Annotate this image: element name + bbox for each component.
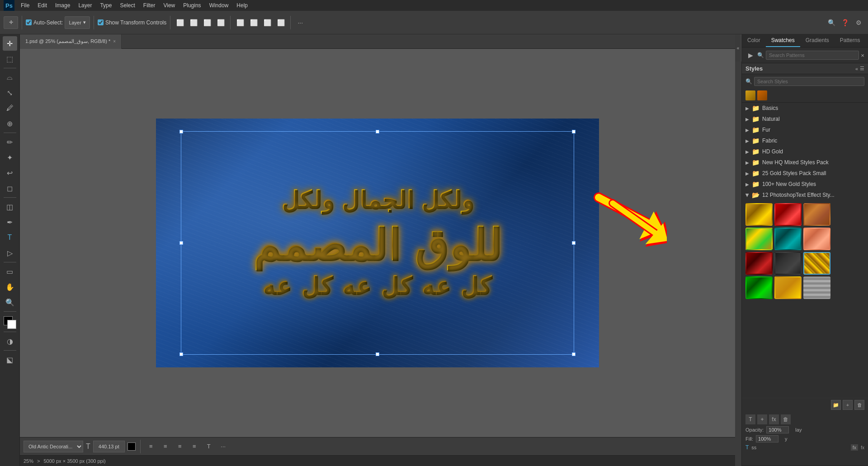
panel-collapse-btn[interactable]: « xyxy=(735,34,741,62)
hand-tool[interactable]: ✋ xyxy=(3,280,17,294)
swatch-gold1[interactable] xyxy=(745,203,773,226)
text-align-right-btn[interactable]: ≡ xyxy=(174,441,186,452)
settings-btn[interactable]: ⚙ xyxy=(853,17,864,29)
style-icon-1[interactable] xyxy=(745,90,755,100)
menu-select[interactable]: Select xyxy=(116,1,138,10)
gradient-tool[interactable]: ◫ xyxy=(3,200,17,214)
transform-controls-checkbox[interactable] xyxy=(98,19,104,25)
lasso-tool[interactable]: ⌓ xyxy=(3,70,17,85)
color-picker[interactable] xyxy=(3,315,17,330)
swatch-green1[interactable] xyxy=(745,276,773,299)
category-hq-mixed[interactable]: ▶ 📁 New HQ Mixed Styles Pack xyxy=(742,157,868,168)
text-align-center-btn[interactable]: ≡ xyxy=(160,441,171,452)
brush-tool[interactable]: ✏ xyxy=(3,135,17,149)
menu-image[interactable]: Image xyxy=(52,1,74,10)
category-fabric[interactable]: ▶ 📁 Fabric xyxy=(742,135,868,146)
layer-dropdown[interactable]: Layer ▾ xyxy=(65,16,90,29)
tab-patterns[interactable]: Patterns xyxy=(835,34,866,47)
styles-menu-btn[interactable]: ☰ xyxy=(860,66,864,71)
font-size-input[interactable] xyxy=(93,441,125,452)
font-name-select[interactable]: Old Antic Decorati... xyxy=(24,441,83,452)
text-align-justify-btn[interactable]: ≡ xyxy=(189,441,200,452)
eraser-tool[interactable]: ◻ xyxy=(3,181,17,195)
canvas-tab[interactable]: 1.psd @ 25% (سوق_المصمم, RGB/8) * × xyxy=(20,34,122,49)
menu-file[interactable]: File xyxy=(17,1,33,10)
healing-tool[interactable]: ⊕ xyxy=(3,116,17,131)
styles-search-input[interactable] xyxy=(754,77,864,86)
menu-filter[interactable]: Filter xyxy=(140,1,159,10)
patterns-close-btn[interactable]: × xyxy=(861,52,864,59)
menu-view[interactable]: View xyxy=(160,1,179,10)
more-options-btn[interactable]: ··· xyxy=(294,17,306,29)
menu-type[interactable]: Type xyxy=(96,1,115,10)
swatch-dark[interactable] xyxy=(774,252,802,275)
swatch-dark-red[interactable] xyxy=(745,252,773,275)
tab-color[interactable]: Color xyxy=(742,34,766,47)
layer-fx-btn[interactable]: fx xyxy=(769,414,779,424)
pen-tool[interactable]: ✒ xyxy=(3,215,17,229)
selection-tool[interactable]: ⬚ xyxy=(3,52,17,66)
new-style-btn[interactable]: + xyxy=(843,400,853,410)
distribute-bottom-btn[interactable]: ⬜ xyxy=(261,17,273,29)
move-tool-btn[interactable]: ✛ xyxy=(4,16,18,29)
category-natural[interactable]: ▶ 📁 Natural xyxy=(742,114,868,124)
delete-style-btn[interactable]: 🗑 xyxy=(854,400,864,410)
menu-window[interactable]: Window xyxy=(206,1,232,10)
menu-edit[interactable]: Edit xyxy=(34,1,51,10)
style-icon-2[interactable] xyxy=(757,90,767,100)
eyedropper-tool[interactable]: 🖉 xyxy=(3,101,17,115)
menu-plugins[interactable]: Plugins xyxy=(179,1,204,10)
tab-swatches[interactable]: Swatches xyxy=(766,34,800,47)
help-btn[interactable]: ❓ xyxy=(839,17,851,29)
layer-new-btn[interactable]: + xyxy=(757,414,767,424)
category-hdgold[interactable]: ▶ 📁 HD Gold xyxy=(742,146,868,157)
tab-close-btn[interactable]: × xyxy=(113,39,116,44)
styles-collapse-btn[interactable]: « xyxy=(855,66,858,71)
screen-mode-tool[interactable]: ⬕ xyxy=(3,352,17,367)
align-left-edges-btn[interactable]: ⬜ xyxy=(174,17,186,29)
menu-help[interactable]: Help xyxy=(233,1,251,10)
history-brush-tool[interactable]: ↩ xyxy=(3,166,17,180)
zoom-tool[interactable]: 🔍 xyxy=(3,295,17,309)
swatch-copper[interactable] xyxy=(803,203,830,226)
tab-gradients[interactable]: Gradients xyxy=(800,34,835,47)
quick-mask-tool[interactable]: ◑ xyxy=(3,334,17,348)
distribute-vertical-btn[interactable]: ⬜ xyxy=(248,17,259,29)
clone-tool[interactable]: ✦ xyxy=(3,150,17,165)
move-tool[interactable]: ✛ xyxy=(3,36,17,51)
distribute-top-btn[interactable]: ⬜ xyxy=(234,17,246,29)
swatch-gold2[interactable] xyxy=(774,276,802,299)
category-fur[interactable]: ▶ 📁 Fur xyxy=(742,124,868,135)
search-btn[interactable]: 🔍 xyxy=(826,17,837,29)
fill-input[interactable] xyxy=(756,435,778,442)
align-right-edges-btn[interactable]: ⬜ xyxy=(201,17,213,29)
layer-type-btn[interactable]: T xyxy=(745,414,755,424)
path-select-tool[interactable]: ▷ xyxy=(3,246,17,260)
align-center-horizontal-btn[interactable]: ⬜ xyxy=(188,17,199,29)
patterns-search-input[interactable] xyxy=(766,51,859,60)
new-folder-btn[interactable]: 📁 xyxy=(831,400,841,410)
shape-tool[interactable]: ▭ xyxy=(3,264,17,279)
menu-layer[interactable]: Layer xyxy=(75,1,95,10)
swatch-green-gold[interactable] xyxy=(745,228,773,250)
swatch-teal[interactable] xyxy=(774,228,802,250)
swatch-gold-textured[interactable] xyxy=(803,252,830,275)
category-12photoshop[interactable]: ▶ 📂 12 PhotoshopText Effect Sty... xyxy=(742,190,868,200)
text-warp-btn[interactable]: T xyxy=(203,441,215,452)
swatch-striped[interactable] xyxy=(803,276,830,299)
text-color-swatch[interactable] xyxy=(127,442,136,451)
category-25gold[interactable]: ▶ 📁 25 Gold Styles Pack Small xyxy=(742,168,868,179)
text-more-btn[interactable]: ··· xyxy=(217,441,229,452)
category-100gold[interactable]: ▶ 📁 100+ New Gold Styles xyxy=(742,179,868,190)
swatch-peach[interactable] xyxy=(803,228,830,250)
swatch-red[interactable] xyxy=(774,203,802,226)
layer-delete-btn[interactable]: 🗑 xyxy=(781,414,791,424)
type-tool[interactable]: T xyxy=(3,230,17,245)
autoselect-checkbox[interactable] xyxy=(26,19,32,25)
align-top-btn[interactable]: ⬜ xyxy=(215,17,226,29)
opacity-input[interactable] xyxy=(766,426,789,433)
text-align-left-btn[interactable]: ≡ xyxy=(145,441,157,452)
crop-tool[interactable]: ⤡ xyxy=(3,86,17,100)
category-basics[interactable]: ▶ 📁 Basics xyxy=(742,103,868,114)
patterns-play-btn[interactable]: ▶ xyxy=(745,50,755,60)
